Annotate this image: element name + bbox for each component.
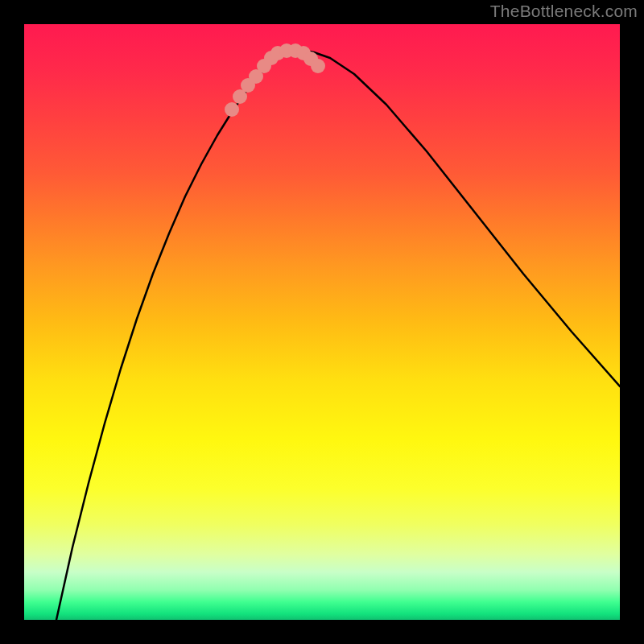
- chart-svg: [24, 24, 620, 620]
- highlight-dot: [225, 102, 239, 117]
- bottleneck-curve: [56, 51, 620, 620]
- watermark-text: TheBottleneck.com: [490, 2, 638, 21]
- chart-frame: TheBottleneck.com: [0, 0, 644, 644]
- plot-area: [24, 24, 620, 620]
- highlight-dots: [225, 43, 325, 117]
- highlight-dot: [311, 59, 325, 73]
